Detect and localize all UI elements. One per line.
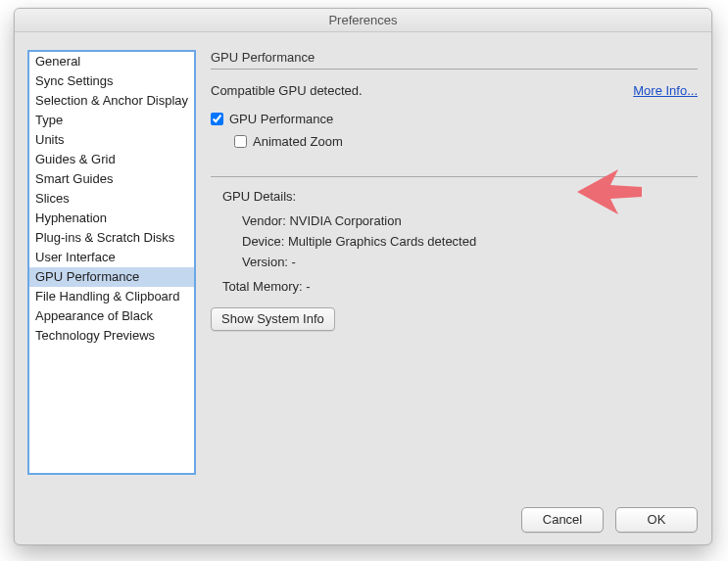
sidebar-item[interactable]: General bbox=[29, 52, 194, 71]
gpu-vendor-value: NVIDIA Corporation bbox=[289, 213, 401, 228]
gpu-vendor-label: Vendor: bbox=[242, 213, 286, 228]
gpu-details-label: GPU Details: bbox=[222, 189, 698, 204]
total-memory-value: - bbox=[306, 279, 310, 294]
sidebar-item[interactable]: Appearance of Black bbox=[29, 306, 194, 326]
gpu-version-label: Version: bbox=[242, 255, 288, 269]
gpu-performance-checkbox[interactable]: GPU Performance bbox=[211, 112, 333, 126]
gpu-device-label: Device: bbox=[242, 234, 284, 249]
window-content: GeneralSync SettingsSelection & Anchor D… bbox=[15, 42, 711, 544]
category-sidebar: GeneralSync SettingsSelection & Anchor D… bbox=[27, 50, 196, 475]
animated-zoom-checkbox-label: Animated Zoom bbox=[253, 134, 343, 149]
gpu-status-row: Compatible GPU detected. More Info... bbox=[211, 83, 698, 98]
animated-zoom-checkbox[interactable]: Animated Zoom bbox=[234, 134, 343, 149]
gpu-performance-checkbox-input[interactable] bbox=[211, 113, 223, 125]
window-title: Preferences bbox=[15, 9, 711, 32]
section-divider bbox=[211, 176, 698, 177]
sidebar-item[interactable]: Technology Previews bbox=[29, 326, 194, 346]
sidebar-item[interactable]: Slices bbox=[29, 189, 194, 209]
ok-button[interactable]: OK bbox=[615, 507, 698, 533]
sidebar-item[interactable]: Guides & Grid bbox=[29, 150, 194, 169]
sidebar-item[interactable]: Smart Guides bbox=[29, 169, 194, 189]
sidebar-item[interactable]: Sync Settings bbox=[29, 71, 194, 91]
more-info-link[interactable]: More Info... bbox=[633, 83, 698, 98]
gpu-version-value: - bbox=[292, 255, 296, 269]
sidebar-item[interactable]: Plug-ins & Scratch Disks bbox=[29, 228, 194, 248]
dialog-footer: Cancel OK bbox=[521, 507, 698, 533]
animated-zoom-checkbox-input[interactable] bbox=[234, 135, 247, 148]
sidebar-item[interactable]: User Interface bbox=[29, 248, 194, 267]
gpu-device-row: Device: Multiple Graphics Cards detected bbox=[242, 234, 698, 249]
sidebar-item[interactable]: Selection & Anchor Display bbox=[29, 91, 194, 111]
sidebar-item[interactable]: File Handling & Clipboard bbox=[29, 287, 194, 306]
sidebar-item[interactable]: Hyphenation bbox=[29, 209, 194, 228]
sidebar-item[interactable]: Units bbox=[29, 130, 194, 150]
total-memory-label: Total Memory: bbox=[222, 279, 303, 294]
section-header: GPU Performance bbox=[211, 50, 698, 70]
gpu-performance-checkbox-label: GPU Performance bbox=[229, 112, 333, 126]
main-panel: GPU Performance Compatible GPU detected.… bbox=[211, 50, 698, 491]
sidebar-item[interactable]: GPU Performance bbox=[29, 267, 194, 287]
total-memory-row: Total Memory: - bbox=[222, 279, 698, 294]
gpu-vendor-row: Vendor: NVIDIA Corporation bbox=[242, 213, 698, 228]
show-system-info-button[interactable]: Show System Info bbox=[211, 307, 335, 331]
gpu-status-text: Compatible GPU detected. bbox=[211, 83, 363, 98]
sidebar-item[interactable]: Type bbox=[29, 111, 194, 130]
preferences-window: Preferences GeneralSync SettingsSelectio… bbox=[14, 8, 712, 545]
gpu-version-row: Version: - bbox=[242, 255, 698, 269]
gpu-device-value: Multiple Graphics Cards detected bbox=[288, 234, 476, 249]
cancel-button[interactable]: Cancel bbox=[521, 507, 604, 533]
